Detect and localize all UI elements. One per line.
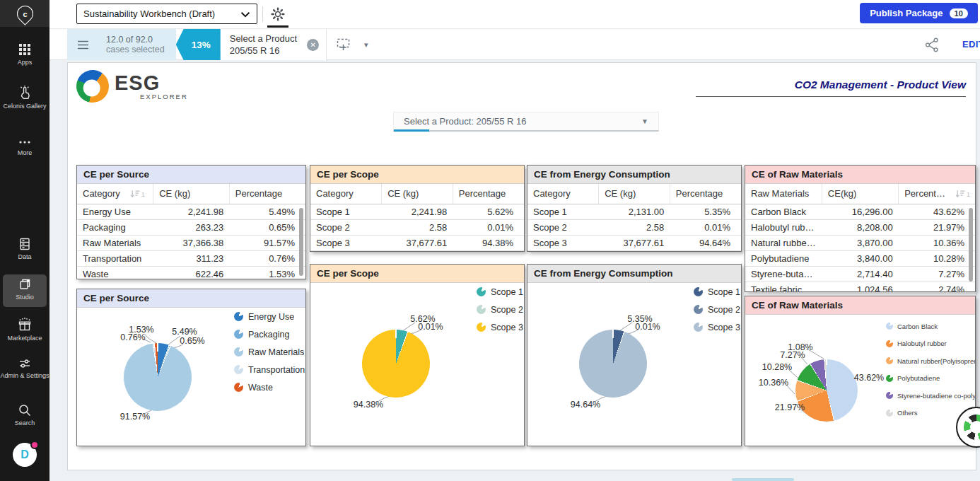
- horizontal-scrollbar-thumb[interactable]: [732, 478, 794, 481]
- sidebar-label: More: [0, 149, 49, 157]
- workbench-selector[interactable]: Sustainability Workbench (Draft): [76, 4, 257, 24]
- pie-chart-ce-per-source[interactable]: [124, 343, 192, 411]
- column-header[interactable]: Category: [310, 184, 382, 204]
- sidebar-item-admin-settings[interactable]: Admin & Settings: [0, 357, 49, 380]
- legend-item[interactable]: Scope 2: [694, 301, 740, 318]
- column-header[interactable]: Percentage: [229, 184, 305, 204]
- column-header[interactable]: CE (kg): [382, 184, 453, 204]
- dashboard-card: ESG EXPLORER CO2 Management - Product Vi…: [67, 62, 976, 470]
- legend-item[interactable]: Styrene-butadiene co-polymer: [886, 387, 975, 405]
- ce-per-source-table: Category1CE (kg)PercentageEnergy Use2,24…: [77, 184, 305, 279]
- legend-label: Scope 1: [708, 287, 740, 297]
- table-row[interactable]: Waste622.461.53%: [77, 266, 305, 279]
- sidebar-item-apps[interactable]: Apps: [0, 42, 49, 66]
- table-row[interactable]: Scope 22.580.01%: [310, 219, 524, 235]
- filter-toolbar: 12.0 of 92.0 cases selected 13% Select a…: [49, 29, 980, 60]
- sort-icon[interactable]: 1: [955, 190, 970, 199]
- publish-label: Publish Package: [870, 8, 943, 18]
- legend-item[interactable]: Waste: [234, 378, 305, 396]
- table-row[interactable]: Polybutadiene3,840.0010.28%: [745, 250, 975, 266]
- sidebar-item-studio[interactable]: Studio: [0, 277, 49, 301]
- column-header[interactable]: CE(kg): [822, 184, 898, 204]
- selection-percentage-tag: 13%: [176, 29, 221, 60]
- legend-item[interactable]: Halobutyl rubber: [886, 335, 975, 353]
- pie-label: 1.53%: [129, 325, 153, 335]
- sidebar-item-marketplace[interactable]: Marketplace: [0, 318, 49, 342]
- table-row[interactable]: Scope 337,677.6194.64%: [527, 235, 741, 250]
- legend-item[interactable]: Scope 1: [477, 283, 523, 301]
- legend-item[interactable]: Carbon Black: [886, 318, 975, 335]
- sidebar-item-more[interactable]: More: [0, 137, 49, 157]
- table-row[interactable]: Packaging263.230.65%: [77, 219, 305, 235]
- column-header[interactable]: Category1: [77, 184, 153, 204]
- column-header[interactable]: CE (kg): [599, 184, 670, 204]
- table-row[interactable]: Scope 337,677.6194.38%: [310, 235, 524, 250]
- celonis-logo[interactable]: c: [0, 0, 49, 27]
- legend-pie-glyph-icon: [234, 383, 243, 392]
- legend-item[interactable]: Polybutadiene: [886, 370, 975, 388]
- product-select-dropdown[interactable]: Select a Product: 205/55 R 16 ▼: [393, 112, 659, 132]
- legend-item[interactable]: Transportation: [234, 361, 305, 378]
- column-header[interactable]: Percent…1: [899, 184, 975, 204]
- legend-item[interactable]: Scope 1: [694, 283, 740, 301]
- column-header[interactable]: Category: [527, 184, 599, 204]
- pie-label: 21.97%: [775, 402, 805, 412]
- column-header[interactable]: CE (kg): [153, 184, 230, 204]
- remove-filter-button[interactable]: ✕: [307, 39, 319, 51]
- table-row[interactable]: Textile fabric1,024.562.74%: [745, 282, 975, 292]
- panel-title-text: CE from Energy Comsumption: [534, 268, 673, 279]
- legend-label: Transportation: [248, 365, 305, 375]
- table-row[interactable]: Halobutyl rub…8,208.0021.97%: [745, 219, 975, 235]
- row-value-cell: 10.36%: [899, 235, 975, 250]
- sort-icon[interactable]: 1: [130, 190, 145, 199]
- marketplace-gift-icon: [18, 318, 32, 332]
- row-value-cell: 1,024.56: [822, 282, 898, 292]
- edit-button[interactable]: EDIT: [962, 39, 980, 50]
- panel-title-text: CE per Scope: [317, 268, 379, 279]
- active-tab-indicator: [267, 25, 288, 28]
- legend-item[interactable]: Energy Use: [234, 308, 305, 325]
- chart-legend: Scope 1Scope 2Scope 3: [694, 283, 740, 336]
- legend-item[interactable]: Scope 3: [694, 318, 740, 336]
- gallery-hand-icon: [17, 85, 33, 100]
- sidebar-item-data[interactable]: Data: [0, 237, 49, 261]
- table-row[interactable]: Raw Materials37,366.3891.57%: [77, 235, 305, 250]
- column-header[interactable]: Percentage: [670, 184, 741, 204]
- table-row[interactable]: Scope 12,131.005.35%: [527, 204, 741, 219]
- table-scrollbar[interactable]: [969, 208, 973, 282]
- table-scrollbar[interactable]: [299, 208, 303, 276]
- row-category-cell: Transportation: [77, 250, 153, 266]
- table-row[interactable]: Transportation311.230.76%: [77, 250, 305, 266]
- table-row[interactable]: Styrene-buta…2,714.407.27%: [745, 266, 975, 282]
- add-selection-icon[interactable]: [337, 38, 353, 52]
- selection-dropdown-caret[interactable]: ▾: [364, 40, 368, 50]
- sidebar-item-celonis-gallery[interactable]: Celonis Gallery: [0, 85, 49, 110]
- table-row[interactable]: Scope 12,241.985.62%: [310, 204, 524, 219]
- legend-item[interactable]: Packaging: [234, 325, 305, 343]
- table-row[interactable]: Carbon Black16,296.0043.62%: [745, 204, 975, 219]
- table-row[interactable]: Natural rubbe…3,870.0010.36%: [745, 235, 975, 250]
- row-category-cell: Polybutadiene: [745, 250, 822, 266]
- panel-title-text: CE of Raw Materials: [752, 169, 843, 180]
- row-category-cell: Raw Materials: [77, 235, 153, 250]
- legend-label: Halobutyl rubber: [897, 340, 947, 347]
- column-header[interactable]: Raw Materials: [745, 184, 822, 204]
- legend-pie-glyph-icon: [477, 323, 486, 332]
- pie-chart-ce-per-scope[interactable]: [362, 330, 430, 398]
- legend-item[interactable]: Natural rubber(Polyisoprene): [886, 352, 975, 370]
- legend-item[interactable]: Scope 2: [477, 301, 523, 318]
- sidebar-item-search[interactable]: Search: [0, 403, 49, 427]
- settings-gear-button[interactable]: [269, 6, 287, 23]
- legend-item[interactable]: Scope 3: [477, 318, 523, 336]
- table-row[interactable]: Scope 22.580.01%: [527, 219, 741, 235]
- cases-selected-summary[interactable]: 12.0 of 92.0 cases selected: [99, 29, 176, 60]
- column-header[interactable]: Percentage: [453, 184, 524, 204]
- legend-item[interactable]: Raw Materials: [234, 343, 305, 361]
- menu-button[interactable]: [67, 29, 99, 60]
- publish-package-button[interactable]: Publish Package 10: [860, 3, 978, 23]
- pie-chart-ce-energy[interactable]: [579, 330, 647, 398]
- share-button[interactable]: [925, 37, 939, 55]
- table-row[interactable]: Energy Use2,241.985.49%: [77, 204, 305, 219]
- user-avatar[interactable]: D: [0, 443, 49, 467]
- product-filter-chip[interactable]: Select a Product 205/55 R 16 ✕: [221, 29, 326, 60]
